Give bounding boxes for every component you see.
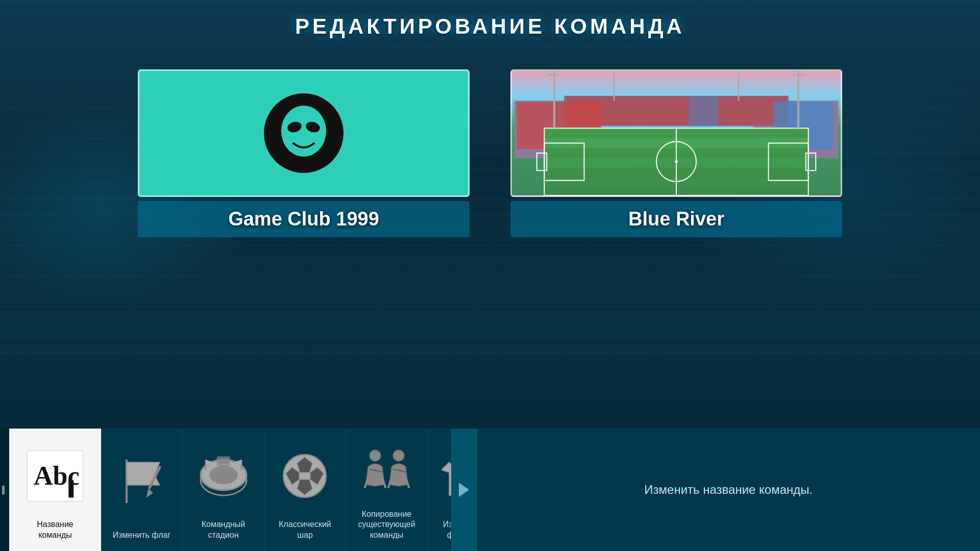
team-name-left: Game Club 1999 (228, 208, 379, 230)
description-panel: Изменить название команды. (477, 429, 981, 551)
abc-icon-wrapper: Abc ▌ (14, 437, 96, 515)
toolbar-item-copy-team[interactable]: Копирование существующей команды (346, 429, 428, 551)
toolbar-item-label-classic-ball: Классический шар (279, 519, 331, 541)
svg-point-20 (675, 160, 678, 163)
toolbar-item-team-name[interactable]: Abc ▌ Название команды (9, 429, 101, 551)
team-card-right[interactable]: Blue River (510, 69, 842, 237)
toolbar-item-label-team-name: Название команды (37, 519, 74, 541)
scroll-indicator-left: ▌ (0, 429, 9, 551)
ball-icon-wrapper (270, 437, 340, 515)
toolbar-items: Abc ▌ Название команды (9, 429, 451, 551)
toolbar-item-label-team-stadium: Командный стадион (202, 519, 246, 541)
flag-icon-wrapper (106, 437, 177, 526)
arrow-right-icon (459, 483, 469, 497)
players-icon-wrapper (351, 437, 422, 505)
cursor-symbol: ▌ (68, 481, 79, 497)
team-stadium-right (510, 69, 842, 197)
team-name-label-left: Game Club 1999 (138, 201, 470, 237)
page-title: РЕДАКТИРОВАНИЕ КОМАНДА (295, 14, 685, 39)
toolbar-item-label-change-kit: Изменен. формы (443, 519, 451, 541)
toolbar-item-team-stadium[interactable]: Командный стадион (183, 429, 264, 551)
svg-rect-41 (218, 458, 229, 464)
stadium-icon-wrapper (188, 437, 259, 515)
svg-rect-12 (689, 97, 719, 126)
svg-point-47 (370, 450, 381, 461)
teams-row: Game Club 1999 (0, 69, 980, 237)
svg-rect-10 (567, 97, 786, 126)
kit-icon-wrapper (433, 437, 451, 515)
toolbar-item-change-kit[interactable]: Изменен. формы (428, 429, 451, 551)
svg-point-50 (393, 450, 404, 461)
scroll-left-icon: ▌ (2, 486, 7, 494)
toolbar-item-label-copy-team: Копирование существующей команды (358, 509, 415, 541)
team-name-right: Blue River (628, 208, 724, 230)
toolbar-item-change-flag[interactable]: Изменить флаг (101, 429, 183, 551)
team-card-left[interactable]: Game Club 1999 (138, 69, 470, 237)
scroll-right-button[interactable] (451, 429, 477, 551)
svg-point-1 (281, 106, 326, 157)
toolbar-item-label-change-flag: Изменить флаг (113, 530, 171, 541)
svg-point-35 (209, 466, 238, 484)
toolbar-item-classic-ball[interactable]: Классический шар (264, 429, 346, 551)
team-name-label-right: Blue River (510, 201, 842, 237)
main-content: РЕДАКТИРОВАНИЕ КОМАНДА Game Club 199 (0, 0, 980, 551)
toolbar: ▌ Abc ▌ Название команды (0, 429, 980, 551)
description-text: Изменить название команды. (644, 483, 813, 497)
team-logo-left (138, 69, 470, 197)
